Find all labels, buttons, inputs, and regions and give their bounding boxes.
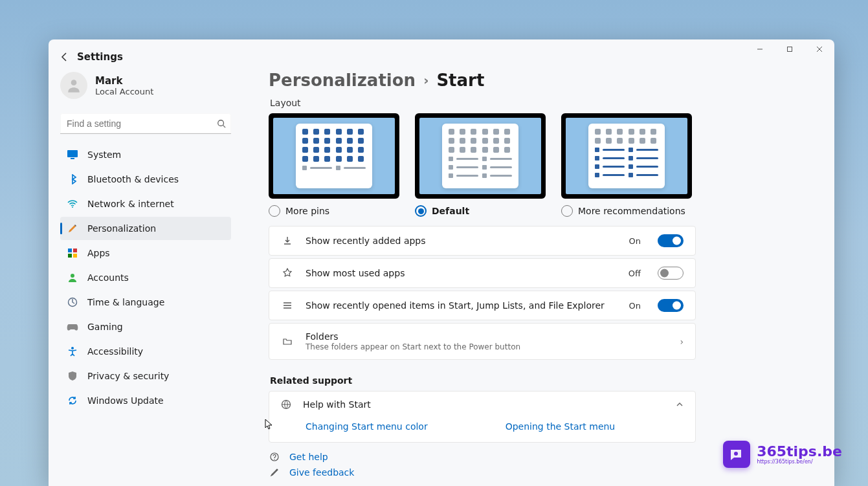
give-feedback-link[interactable]: Give feedback xyxy=(270,467,808,478)
setting-folders[interactable]: Folders These folders appear on Start ne… xyxy=(269,323,696,360)
layout-option-label: More recommendations xyxy=(578,206,685,216)
shield-icon xyxy=(67,370,78,382)
breadcrumb: Personalization › Start xyxy=(269,71,808,90)
update-icon xyxy=(67,395,78,406)
svg-point-14 xyxy=(71,274,74,278)
sidebar-item-bluetooth[interactable]: Bluetooth & devices xyxy=(60,168,231,191)
svg-rect-10 xyxy=(68,249,72,252)
setting-label: Show recently added apps xyxy=(306,236,426,246)
sidebar-item-accessibility[interactable]: Accessibility xyxy=(60,340,231,363)
svg-point-16 xyxy=(71,347,74,349)
setting-label: Show most used apps xyxy=(306,268,405,278)
gamepad-icon xyxy=(67,321,78,333)
settings-window: Settings Mark Local Account xyxy=(49,39,834,486)
svg-point-4 xyxy=(71,80,77,85)
sidebar-item-gaming[interactable]: Gaming xyxy=(60,315,231,338)
account-block[interactable]: Mark Local Account xyxy=(60,72,231,105)
accessibility-icon xyxy=(67,346,78,357)
app-title: Settings xyxy=(77,51,123,63)
apps-icon xyxy=(67,247,78,259)
close-button[interactable] xyxy=(805,39,834,59)
sidebar-item-system[interactable]: System xyxy=(60,143,231,166)
layout-option-more-pins[interactable]: More pins xyxy=(269,113,399,217)
feedback-icon xyxy=(270,468,280,477)
help-link-open[interactable]: Opening the Start menu xyxy=(506,421,616,432)
sidebar-item-apps[interactable]: Apps xyxy=(60,241,231,265)
monitor-icon xyxy=(67,149,78,160)
help-with-start[interactable]: Help with Start xyxy=(269,392,695,417)
toggle-most-used[interactable] xyxy=(658,267,684,280)
chevron-up-icon xyxy=(676,401,684,408)
layout-options: More pins Default xyxy=(269,113,808,217)
svg-point-9 xyxy=(72,206,73,208)
breadcrumb-parent[interactable]: Personalization xyxy=(269,71,416,90)
sidebar-item-label: Accounts xyxy=(87,272,129,283)
search-input[interactable] xyxy=(60,113,231,134)
sidebar-item-update[interactable]: Windows Update xyxy=(60,389,231,412)
sidebar-item-accounts[interactable]: Accounts xyxy=(60,266,231,289)
layout-option-default[interactable]: Default xyxy=(415,113,546,217)
toggle-state: On xyxy=(629,301,641,311)
sidebar-item-label: Gaming xyxy=(87,322,123,332)
help-icon xyxy=(270,452,280,461)
download-icon xyxy=(281,236,294,246)
sidebar: Mark Local Account System xyxy=(49,63,243,486)
sidebar-item-label: Windows Update xyxy=(87,395,164,406)
sidebar-item-label: Privacy & security xyxy=(87,371,169,381)
nav: System Bluetooth & devices Network & int… xyxy=(60,143,231,412)
toggle-recent-items[interactable] xyxy=(658,299,684,312)
layout-option-label: More pins xyxy=(285,206,329,216)
folder-icon xyxy=(281,337,294,347)
setting-recently-opened-items[interactable]: Show recently opened items in Start, Jum… xyxy=(269,291,696,320)
sidebar-item-label: Network & internet xyxy=(87,199,174,209)
content-area: Personalization › Start Layout xyxy=(243,63,834,486)
person-icon xyxy=(67,272,78,283)
radio-more-pins[interactable] xyxy=(269,205,280,217)
list-icon xyxy=(281,300,294,311)
layout-thumb-more-pins xyxy=(269,113,399,199)
related-support-heading: Related support xyxy=(270,375,808,386)
setting-recently-added-apps[interactable]: Show recently added apps On xyxy=(269,226,696,256)
svg-point-19 xyxy=(274,459,274,459)
maximize-button[interactable] xyxy=(775,39,805,59)
sidebar-item-label: System xyxy=(87,149,121,160)
breadcrumb-current: Start xyxy=(436,71,484,90)
svg-rect-7 xyxy=(67,150,78,157)
setting-most-used-apps[interactable]: Show most used apps Off xyxy=(269,258,696,288)
sidebar-item-label: Personalization xyxy=(87,223,156,234)
watermark-text: 365tips.be xyxy=(757,445,842,459)
sidebar-item-personalization[interactable]: Personalization xyxy=(60,217,231,240)
sidebar-item-time[interactable]: Time & language xyxy=(60,291,231,314)
globe-clock-icon xyxy=(67,296,78,308)
layout-option-more-recs[interactable]: More recommendations xyxy=(561,113,692,217)
setting-subtitle: These folders appear on Start next to th… xyxy=(306,342,520,351)
watermark: 365tips.be https://365tips.be/en/ xyxy=(723,441,842,468)
sidebar-item-label: Bluetooth & devices xyxy=(87,174,179,184)
layout-thumb-more-recs xyxy=(561,113,692,199)
star-icon xyxy=(281,268,294,278)
minimize-button[interactable] xyxy=(745,39,775,59)
toggle-state: On xyxy=(629,236,641,246)
paintbrush-icon xyxy=(67,223,78,234)
back-button[interactable] xyxy=(59,51,71,63)
avatar xyxy=(60,72,87,99)
account-type: Local Account xyxy=(95,87,153,96)
radio-default[interactable] xyxy=(415,205,427,217)
sidebar-item-label: Accessibility xyxy=(87,346,143,357)
radio-more-recs[interactable] xyxy=(561,205,573,217)
help-link-color[interactable]: Changing Start menu color xyxy=(306,421,428,432)
get-help-label: Get help xyxy=(289,452,328,462)
layout-thumb-default xyxy=(415,113,546,199)
chevron-right-icon: › xyxy=(680,337,684,347)
layout-option-label: Default xyxy=(432,206,469,216)
setting-title: Folders xyxy=(306,331,520,342)
sidebar-item-network[interactable]: Network & internet xyxy=(60,192,231,215)
svg-rect-12 xyxy=(68,254,72,258)
wifi-icon xyxy=(67,198,78,210)
toggle-state: Off xyxy=(629,269,641,278)
bluetooth-icon xyxy=(67,173,78,185)
toggle-recently-added[interactable] xyxy=(658,234,684,247)
window-controls xyxy=(745,39,834,59)
sidebar-item-privacy[interactable]: Privacy & security xyxy=(60,364,231,388)
search-box[interactable] xyxy=(60,113,231,134)
